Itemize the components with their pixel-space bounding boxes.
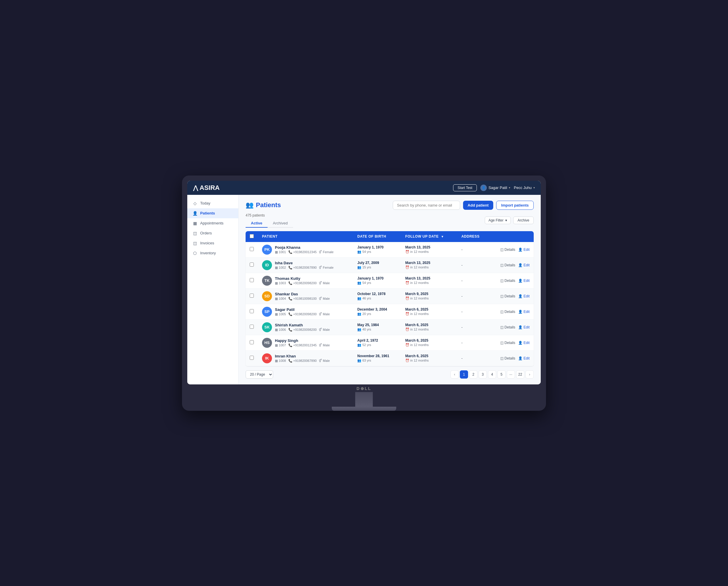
edit-button-8[interactable]: 👤 Edit bbox=[518, 356, 529, 361]
age-filter-button[interactable]: Age Filter ▾ bbox=[485, 216, 511, 224]
patients-table: PATIENT DATE OF BIRTH FOLLOW UP DATE ▼ A… bbox=[245, 231, 534, 366]
details-button-3[interactable]: ◫ Details bbox=[500, 278, 515, 283]
row-checkbox-cell[interactable] bbox=[245, 288, 258, 304]
edit-button-4[interactable]: 👤 Edit bbox=[518, 294, 529, 298]
sidebar-item-orders[interactable]: ◫ Orders bbox=[187, 228, 238, 238]
details-button-2[interactable]: ◫ Details bbox=[500, 263, 515, 267]
patient-gender-5: ⚥ Male bbox=[319, 312, 330, 316]
patient-gender-1: ⚥ Female bbox=[319, 250, 334, 254]
user2-dropdown[interactable]: Pecc Juhu ▾ bbox=[514, 185, 535, 190]
details-button-6[interactable]: ◫ Details bbox=[500, 325, 515, 329]
monitor-screen: ⋀ ASIRA Start Test 👤 Sagar Patil ▾ Pecc … bbox=[187, 181, 541, 384]
followup-date-2: March 13, 2025 bbox=[405, 261, 453, 265]
followup-in-1: ⏰ in 12 months bbox=[405, 250, 453, 254]
row-checkbox-cell[interactable] bbox=[245, 242, 258, 258]
sidebar-item-today[interactable]: ◇ Today bbox=[187, 198, 238, 208]
dob-cell-3: January 1, 1970 👥 54 yrs bbox=[353, 273, 401, 288]
search-input[interactable] bbox=[393, 201, 460, 210]
sidebar-label-patients: Patients bbox=[200, 211, 215, 215]
archive-button[interactable]: Archive bbox=[513, 216, 534, 224]
details-button-5[interactable]: ◫ Details bbox=[500, 310, 515, 314]
patient-avatar-2: ID bbox=[262, 260, 272, 270]
appointments-icon: ▦ bbox=[192, 221, 197, 225]
dob-cell-2: July 27, 2009 👥 15 yrs bbox=[353, 257, 401, 273]
page-3-button[interactable]: 3 bbox=[478, 370, 487, 378]
row-checkbox-8[interactable] bbox=[250, 356, 254, 360]
page-1-button[interactable]: 1 bbox=[460, 370, 468, 378]
row-checkbox-cell[interactable] bbox=[245, 350, 258, 366]
dob-cell-8: November 28, 1961 👥 63 yrs bbox=[353, 350, 401, 366]
patient-info-3: Thomas Kutty ▦ 1003 📞 +919820098200 ⚥ Ma… bbox=[275, 276, 330, 285]
tab-active[interactable]: Active bbox=[245, 219, 267, 228]
page-5-button[interactable]: 5 bbox=[497, 370, 505, 378]
followup-cell-1: March 13, 2025 ⏰ in 12 months bbox=[401, 242, 457, 258]
followup-sort-icon: ▼ bbox=[441, 235, 444, 238]
patient-cell-8: IK Imran Khan ▦ 1008 📞 +919820067890 ⚥ M… bbox=[258, 350, 353, 366]
dell-logo: D⊕LL bbox=[187, 384, 541, 392]
followup-in-2: ⏰ in 12 months bbox=[405, 265, 453, 269]
prev-page-button[interactable]: ‹ bbox=[450, 370, 459, 378]
followup-cell-2: March 13, 2025 ⏰ in 12 months bbox=[401, 257, 457, 273]
sidebar-item-appointments[interactable]: ▦ Appointments bbox=[187, 218, 238, 228]
patient-avatar-3: TK bbox=[262, 276, 272, 286]
dob-cell-4: October 12, 1978 👥 46 yrs bbox=[353, 288, 401, 304]
start-test-button[interactable]: Start Test bbox=[453, 184, 476, 191]
followup-in-5: ⏰ in 12 months bbox=[405, 312, 453, 316]
row-checkbox-cell[interactable] bbox=[245, 335, 258, 350]
topbar: ⋀ ASIRA Start Test 👤 Sagar Patil ▾ Pecc … bbox=[187, 181, 541, 195]
table-header-row: PATIENT DATE OF BIRTH FOLLOW UP DATE ▼ A… bbox=[245, 231, 534, 242]
next-page-button[interactable]: › bbox=[525, 370, 534, 378]
row-checkbox-cell[interactable] bbox=[245, 304, 258, 319]
row-checkbox-cell[interactable] bbox=[245, 257, 258, 273]
tabs-left: 475 patients Active Archived bbox=[245, 213, 293, 228]
patient-avatar-5: SP bbox=[262, 307, 272, 317]
select-all-header[interactable] bbox=[245, 231, 258, 242]
details-button-7[interactable]: ◫ Details bbox=[500, 341, 515, 345]
patient-cell-4: SD Shankar Das ▦ 1004 📞 +919810098100 ⚥ … bbox=[258, 288, 353, 304]
select-all-checkbox[interactable] bbox=[250, 234, 254, 238]
column-followup[interactable]: FOLLOW UP DATE ▼ bbox=[401, 231, 457, 242]
sidebar-item-patients[interactable]: 👤 Patients bbox=[187, 208, 238, 218]
row-checkbox-1[interactable] bbox=[250, 247, 254, 251]
patient-name-5: Sagar Patil bbox=[275, 308, 330, 312]
row-checkbox-6[interactable] bbox=[250, 325, 254, 329]
sidebar-item-invoices[interactable]: ◫ Invoices bbox=[187, 238, 238, 248]
add-patient-button[interactable]: Add patient bbox=[463, 201, 494, 210]
sidebar-item-inventory[interactable]: ⬡ Inventory bbox=[187, 248, 238, 258]
dob-main-3: January 1, 1970 bbox=[357, 276, 397, 281]
edit-button-7[interactable]: 👤 Edit bbox=[518, 341, 529, 345]
patient-info-8: Imran Khan ▦ 1008 📞 +919820067890 ⚥ Male bbox=[275, 354, 330, 363]
patient-phone-2: 📞 +919820067890 bbox=[288, 266, 317, 270]
patient-cell-5: SP Sagar Patil ▦ 1005 📞 +919820098200 ⚥ … bbox=[258, 304, 353, 319]
row-checkbox-cell[interactable] bbox=[245, 273, 258, 288]
row-checkbox-cell[interactable] bbox=[245, 319, 258, 335]
page-size-select[interactable]: 20 / Page 50 / Page bbox=[245, 370, 273, 378]
details-button-1[interactable]: ◫ Details bbox=[500, 247, 515, 252]
row-checkbox-2[interactable] bbox=[250, 263, 254, 267]
import-patients-button[interactable]: Import patients bbox=[496, 201, 534, 210]
edit-button-3[interactable]: 👤 Edit bbox=[518, 278, 529, 283]
patient-name-7: Happy Singh bbox=[275, 339, 330, 343]
page-2-button[interactable]: 2 bbox=[469, 370, 477, 378]
user1-chevron-icon: ▾ bbox=[509, 186, 510, 189]
edit-button-1[interactable]: 👤 Edit bbox=[518, 247, 529, 252]
patient-number-6: ▦ 1006 bbox=[275, 328, 286, 332]
edit-button-2[interactable]: 👤 Edit bbox=[518, 263, 529, 267]
patient-info-1: Pooja Khanna ▦ 1001 📞 +919820012345 ⚥ Fe… bbox=[275, 245, 334, 254]
details-button-8[interactable]: ◫ Details bbox=[500, 356, 515, 361]
followup-cell-4: March 9, 2025 ⏰ in 12 months bbox=[401, 288, 457, 304]
row-checkbox-3[interactable] bbox=[250, 278, 254, 282]
row-checkbox-5[interactable] bbox=[250, 309, 254, 313]
tab-archived[interactable]: Archived bbox=[267, 219, 293, 228]
page-22-button[interactable]: 22 bbox=[516, 370, 524, 378]
patient-avatar-7: HS bbox=[262, 338, 272, 348]
followup-date-5: March 6, 2025 bbox=[405, 308, 453, 312]
page-header: 👥 Patients Add patient Import patients bbox=[245, 201, 534, 210]
row-checkbox-7[interactable] bbox=[250, 340, 254, 344]
user1-dropdown[interactable]: 👤 Sagar Patil ▾ bbox=[480, 185, 511, 191]
edit-button-6[interactable]: 👤 Edit bbox=[518, 325, 529, 329]
edit-button-5[interactable]: 👤 Edit bbox=[518, 310, 529, 314]
details-button-4[interactable]: ◫ Details bbox=[500, 294, 515, 298]
row-checkbox-4[interactable] bbox=[250, 294, 254, 298]
page-4-button[interactable]: 4 bbox=[488, 370, 496, 378]
